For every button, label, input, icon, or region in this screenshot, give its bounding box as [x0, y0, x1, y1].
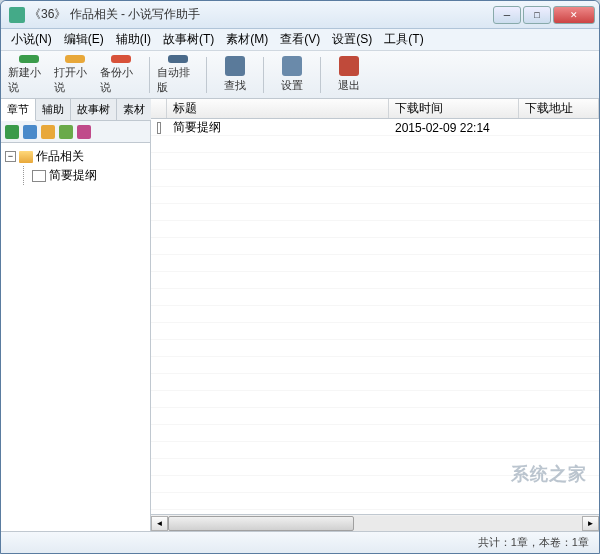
prop-icon[interactable] [77, 125, 91, 139]
collapse-icon[interactable]: − [5, 151, 16, 162]
row-title-cell: 简要提纲 [167, 119, 389, 136]
tab-material[interactable]: 素材 [117, 99, 152, 120]
new-novel-label: 新建小说 [8, 65, 50, 95]
window-controls: ─ □ ✕ [493, 6, 595, 24]
list-body[interactable]: 简要提纲 2015-02-09 22:14 系统之家 [151, 119, 599, 514]
toolbar-separator [320, 57, 321, 93]
menu-assist[interactable]: 辅助(I) [110, 29, 157, 50]
tab-chapter[interactable]: 章节 [1, 99, 36, 121]
col-icon[interactable] [151, 99, 167, 118]
document-icon [157, 122, 161, 134]
search-icon [225, 56, 245, 76]
typeset-icon [168, 55, 188, 63]
row-time-cell: 2015-02-09 22:14 [389, 121, 519, 135]
minimize-button[interactable]: ─ [493, 6, 521, 24]
main-panel: 标题 下载时间 下载地址 简要提纲 2015-02-09 22:14 系统之家 … [151, 99, 599, 531]
settings-button[interactable]: 设置 [270, 54, 314, 96]
toolbar-separator [206, 57, 207, 93]
toolbar: 新建小说 打开小说 备份小说 自动排版 查找 设置 退出 [1, 51, 599, 99]
toolbar-separator [149, 57, 150, 93]
statusbar: 共计：1章，本卷：1章 [1, 531, 599, 553]
auto-typeset-label: 自动排版 [157, 65, 199, 95]
search-button[interactable]: 查找 [213, 54, 257, 96]
sidebar: 章节 辅助 故事树 素材 − 作品相关 [1, 99, 151, 531]
menu-storytree[interactable]: 故事树(T) [157, 29, 220, 50]
menu-settings[interactable]: 设置(S) [326, 29, 378, 50]
open-icon [65, 55, 85, 63]
tab-storytree[interactable]: 故事树 [71, 99, 117, 120]
tree-root-node[interactable]: − 作品相关 [5, 147, 146, 166]
delete-icon[interactable] [59, 125, 73, 139]
settings-icon [282, 56, 302, 76]
open-novel-button[interactable]: 打开小说 [53, 54, 97, 96]
col-time[interactable]: 下载时间 [389, 99, 519, 118]
refresh-icon[interactable] [41, 125, 55, 139]
status-text: 共计：1章，本卷：1章 [478, 535, 589, 550]
add-folder-icon[interactable] [5, 125, 19, 139]
exit-label: 退出 [338, 78, 360, 93]
scroll-track[interactable] [168, 516, 582, 531]
document-icon [32, 170, 46, 182]
new-novel-button[interactable]: 新建小说 [7, 54, 51, 96]
add-doc-icon[interactable] [23, 125, 37, 139]
scroll-left-button[interactable]: ◄ [151, 516, 168, 531]
titlebar[interactable]: 《36》 作品相关 - 小说写作助手 ─ □ ✕ [1, 1, 599, 29]
search-label: 查找 [224, 78, 246, 93]
app-icon [9, 7, 25, 23]
exit-icon [339, 56, 359, 76]
list-row[interactable]: 简要提纲 2015-02-09 22:14 [151, 119, 599, 136]
scroll-right-button[interactable]: ► [582, 516, 599, 531]
tree-children: 简要提纲 [23, 166, 146, 185]
watermark: 系统之家 [511, 462, 587, 486]
new-icon [19, 55, 39, 63]
list-header: 标题 下载时间 下载地址 [151, 99, 599, 119]
row-icon-cell [151, 122, 167, 134]
menu-tools[interactable]: 工具(T) [378, 29, 429, 50]
sidebar-tabs: 章节 辅助 故事树 素材 [1, 99, 150, 121]
settings-label: 设置 [281, 78, 303, 93]
menu-novel[interactable]: 小说(N) [5, 29, 58, 50]
chapter-tree: − 作品相关 简要提纲 [1, 143, 150, 531]
menubar: 小说(N) 编辑(E) 辅助(I) 故事树(T) 素材(M) 查看(V) 设置(… [1, 29, 599, 51]
backup-icon [111, 55, 131, 63]
window-title: 《36》 作品相关 - 小说写作助手 [29, 6, 493, 23]
col-title[interactable]: 标题 [167, 99, 389, 118]
sidebar-toolbar [1, 121, 150, 143]
open-novel-label: 打开小说 [54, 65, 96, 95]
scroll-thumb[interactable] [168, 516, 354, 531]
auto-typeset-button[interactable]: 自动排版 [156, 54, 200, 96]
toolbar-separator [263, 57, 264, 93]
app-window: 《36》 作品相关 - 小说写作助手 ─ □ ✕ 小说(N) 编辑(E) 辅助(… [0, 0, 600, 554]
tree-root-label: 作品相关 [36, 148, 84, 165]
tab-assist[interactable]: 辅助 [36, 99, 71, 120]
menu-material[interactable]: 素材(M) [220, 29, 274, 50]
col-url[interactable]: 下载地址 [519, 99, 599, 118]
exit-button[interactable]: 退出 [327, 54, 371, 96]
backup-novel-button[interactable]: 备份小说 [99, 54, 143, 96]
folder-icon [19, 151, 33, 163]
tree-child-node[interactable]: 简要提纲 [32, 166, 146, 185]
backup-novel-label: 备份小说 [100, 65, 142, 95]
close-button[interactable]: ✕ [553, 6, 595, 24]
menu-view[interactable]: 查看(V) [274, 29, 326, 50]
menu-edit[interactable]: 编辑(E) [58, 29, 110, 50]
body-area: 章节 辅助 故事树 素材 − 作品相关 [1, 99, 599, 531]
maximize-button[interactable]: □ [523, 6, 551, 24]
tree-child-label: 简要提纲 [49, 167, 97, 184]
horizontal-scrollbar[interactable]: ◄ ► [151, 514, 599, 531]
